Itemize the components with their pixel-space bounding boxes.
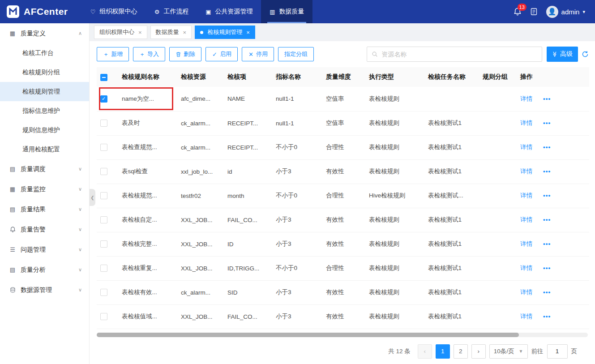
cell-indicator-name: null1-1 [272, 87, 322, 111]
notification-bell-icon[interactable]: 13 [514, 8, 522, 16]
row-checkbox[interactable] [100, 120, 107, 127]
detail-link[interactable]: 详情 [520, 168, 532, 175]
search-input[interactable] [381, 51, 537, 58]
row-checkbox[interactable] [100, 289, 107, 296]
more-actions-icon[interactable]: ••• [543, 240, 551, 247]
toolbar-button-5[interactable]: 指定分组 [278, 47, 314, 61]
row-checkbox[interactable] [100, 216, 107, 223]
tab-1[interactable]: 数据质量× [150, 26, 192, 39]
toolbar-button-1[interactable]: +导入 [133, 47, 165, 61]
column-header-1: 检核资源 [177, 67, 224, 87]
page-button-1[interactable]: 1 [436, 344, 450, 359]
cell-check-item: RECEIPT... [224, 135, 272, 159]
sidebar-group-6[interactable]: ▤质量分析∨ [0, 260, 89, 280]
notification-badge: 13 [518, 4, 527, 11]
page-unit: 页 [571, 347, 578, 355]
more-actions-icon[interactable]: ••• [543, 289, 551, 295]
cell-rule-group [479, 184, 517, 208]
cell-check-item: month [224, 184, 272, 208]
cell-rule-group [479, 256, 517, 280]
sidebar-item-0-2[interactable]: 检核规则管理 [0, 82, 89, 101]
sidebar-collapse-handle[interactable]: ❮ [90, 189, 95, 206]
row-checkbox[interactable] [100, 144, 107, 151]
detail-link[interactable]: 详情 [520, 289, 532, 295]
sidebar-group-2[interactable]: ▦质量监控∨ [0, 179, 89, 199]
cell-exec-type: 表检核规则 [365, 256, 424, 280]
app-logo[interactable]: AFCenter [0, 5, 81, 18]
more-actions-icon[interactable]: ••• [543, 168, 551, 175]
row-checkbox[interactable] [100, 192, 107, 199]
detail-link[interactable]: 详情 [520, 192, 532, 199]
more-actions-icon[interactable]: ••• [543, 120, 551, 126]
close-icon[interactable]: × [246, 29, 250, 36]
page-size-select[interactable]: 10条/页 ▼ [489, 344, 528, 359]
detail-link[interactable]: 详情 [520, 144, 532, 150]
sidebar-group-0[interactable]: ▦质量定义∧ [0, 23, 89, 43]
sidebar-item-0-3[interactable]: 指标信息维护 [0, 101, 89, 120]
cell-resource: ck_alarm... [177, 280, 224, 304]
row-checkbox[interactable] [100, 313, 107, 320]
more-actions-icon[interactable]: ••• [543, 265, 551, 271]
row-checkbox[interactable] [100, 95, 107, 103]
user-menu[interactable]: 👤 admin ▾ [546, 6, 585, 18]
cell-indicator-name: null1-1 [272, 111, 322, 135]
sidebar-group-3[interactable]: ▤质量结果∨ [0, 199, 89, 219]
cell-actions: 详情••• [517, 232, 589, 256]
goto-page-input[interactable] [547, 344, 568, 359]
doc-icon: ▤ [9, 206, 16, 213]
cell-check-item: FAIL_CO... [224, 304, 272, 329]
nav-item-2[interactable]: ▣公共资源管理 [197, 0, 261, 23]
advanced-search-button[interactable]: ≫ 高级 [547, 47, 578, 62]
detail-link[interactable]: 详情 [520, 313, 532, 320]
toolbar-button-3[interactable]: ✓启用 [205, 47, 238, 61]
horizontal-scrollbar[interactable] [97, 333, 588, 337]
cell-actions: 详情••• [517, 159, 589, 184]
select-all-checkbox[interactable] [100, 74, 107, 81]
cell-check-item: NAME [224, 87, 272, 111]
close-icon[interactable]: × [183, 29, 187, 36]
more-actions-icon[interactable]: ••• [543, 313, 551, 320]
sidebar-item-0-5[interactable]: 通用检核配置 [0, 140, 89, 159]
close-icon[interactable]: × [138, 29, 142, 36]
detail-link[interactable]: 详情 [520, 120, 532, 126]
row-checkbox[interactable] [100, 168, 107, 175]
sidebar-group-5[interactable]: ☰问题管理∨ [0, 240, 89, 260]
more-actions-icon[interactable]: ••• [543, 192, 551, 199]
tab-2[interactable]: 检核规则管理× [195, 26, 255, 39]
sidebar-group-7[interactable]: 数据源管理∨ [0, 280, 89, 300]
detail-link[interactable]: 详情 [520, 95, 532, 102]
prev-page-button[interactable]: ‹ [418, 344, 432, 359]
document-icon[interactable] [531, 8, 537, 15]
toolbar-button-2[interactable]: 删除 [169, 47, 201, 61]
sidebar-group-1[interactable]: ▤质量调度∨ [0, 159, 89, 179]
scrollbar-thumb[interactable] [97, 333, 519, 337]
detail-link[interactable]: 详情 [520, 216, 532, 223]
refresh-icon[interactable] [582, 51, 589, 58]
table-row: 表检核自定...XXL_JOB...FAIL_CO...小于3有效性表检核规则表… [97, 208, 589, 232]
more-actions-icon[interactable]: ••• [543, 144, 551, 150]
tab-0[interactable]: 组织权限中心× [94, 26, 147, 39]
cell-task-name: 表检核测试1 [424, 256, 479, 280]
sidebar-item-0-0[interactable]: 检核工作台 [0, 43, 89, 63]
detail-link[interactable]: 详情 [520, 240, 532, 247]
toolbar-button-0[interactable]: +新增 [97, 47, 129, 61]
next-page-button[interactable]: › [471, 344, 486, 359]
detail-link[interactable]: 详情 [520, 265, 532, 271]
chevron-down-icon: ∨ [78, 166, 82, 172]
cell-quality-dimension: 合理性 [322, 135, 365, 159]
nav-item-3[interactable]: ▥数据质量 [261, 0, 312, 23]
row-checkbox[interactable] [100, 240, 107, 248]
sidebar-item-0-4[interactable]: 规则信息维护 [0, 120, 89, 140]
sidebar-group-4[interactable]: 质量告警∨ [0, 219, 89, 240]
more-actions-icon[interactable]: ••• [543, 216, 551, 223]
sidebar-item-0-1[interactable]: 检核规则分组 [0, 63, 89, 82]
cell-resource: XXL_JOB... [177, 232, 224, 256]
more-actions-icon[interactable]: ••• [543, 95, 551, 102]
row-checkbox[interactable] [100, 265, 107, 272]
page-button-2[interactable]: 2 [454, 344, 468, 359]
toolbar-button-4[interactable]: ✕停用 [242, 47, 274, 61]
check-icon: ✓ [212, 51, 218, 58]
nav-item-1[interactable]: ⚙工作流程 [146, 0, 197, 23]
header-checkbox-cell [97, 67, 118, 87]
nav-item-0[interactable]: ♡组织权限中心 [81, 0, 146, 23]
